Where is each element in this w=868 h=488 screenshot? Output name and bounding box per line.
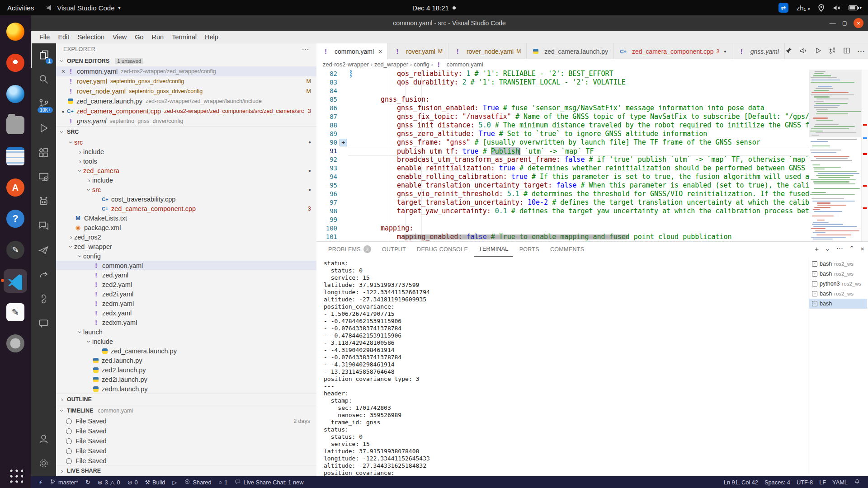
activitybar-chat[interactable] xyxy=(31,312,56,336)
terminal-instance[interactable]: ›bashros2_ws xyxy=(809,289,867,299)
open-editor-item[interactable]: !rover_node.yamlseptentrio_gnss_driver/c… xyxy=(56,86,316,96)
timeline-entry[interactable]: File Saved xyxy=(56,456,316,466)
tree-item-cost-traversability-cpp[interactable]: C+cost_traversability.cpp xyxy=(56,194,316,204)
status-live-share-shared[interactable]: Shared xyxy=(181,476,214,488)
activitybar-run-debug[interactable] xyxy=(31,117,56,141)
tree-item-config[interactable]: ›config xyxy=(56,251,316,261)
activities-button[interactable]: Activities xyxy=(7,4,34,12)
terminal-output[interactable]: status: status: 0 service: 15latitude: 3… xyxy=(324,260,807,476)
close-icon[interactable]: × xyxy=(378,48,382,55)
tree-item-zed-wrapper[interactable]: ›zed_wrapper xyxy=(56,242,316,251)
close-panel-icon[interactable]: × xyxy=(860,245,864,253)
tree-item-tools[interactable]: ›tools xyxy=(56,156,316,166)
panel-tab-comments[interactable]: COMMENTS xyxy=(546,242,589,257)
timeline-entry[interactable]: File Saved xyxy=(56,426,316,436)
tree-item-common-yaml[interactable]: !common.yaml xyxy=(56,261,316,270)
tree-item-zed-camera-component-cpp[interactable]: C+zed_camera_component.cpp3 xyxy=(56,204,316,213)
tree-item-include[interactable]: ›include xyxy=(56,337,316,346)
code-line-91[interactable]: 91publish_utm_tf: true # Publish `utm` -… xyxy=(316,147,809,155)
menu-go[interactable]: Go xyxy=(131,32,147,42)
dock-item-text-editor[interactable]: ✎ xyxy=(4,300,27,324)
code-line-96[interactable]: 96gnss_vio_reinit_threshold: 5.1 # deter… xyxy=(316,190,809,198)
more-actions-icon[interactable]: ⋯ xyxy=(302,45,309,54)
code-line-84[interactable]: 84 xyxy=(316,87,809,95)
more-actions-icon[interactable]: ⋯ xyxy=(857,47,865,56)
menu-terminal[interactable]: Terminal xyxy=(168,32,201,42)
show-applications-button[interactable] xyxy=(8,467,23,483)
status-sync[interactable]: ↻ xyxy=(82,476,94,488)
dock-item-firefox[interactable] xyxy=(4,20,27,43)
activitybar-explorer[interactable]: 1 xyxy=(31,43,56,68)
terminal-instance[interactable]: ›python3ros2_ws xyxy=(809,279,867,289)
activitybar-live-share[interactable] xyxy=(31,239,56,263)
code-line-99[interactable]: 99 xyxy=(316,216,809,224)
activitybar-ai-assistant[interactable] xyxy=(31,190,56,214)
dock-item-help[interactable]: ? xyxy=(4,207,27,230)
status-eol[interactable]: LF xyxy=(816,479,829,486)
terminal-instance[interactable]: ›bash xyxy=(809,299,867,309)
tree-item-zed-ros2[interactable]: ›zed_ros2 xyxy=(56,232,316,242)
code-line-90[interactable]: 90+gnss_frame: "gnss" # [usually overwri… xyxy=(316,138,809,147)
breadcrumb-item[interactable]: zed_wrapper xyxy=(374,61,408,68)
window-titlebar[interactable]: common.yaml - src - Visual Studio Code —… xyxy=(31,15,868,31)
activitybar-extensions[interactable] xyxy=(31,141,56,165)
menu-selection[interactable]: Selection xyxy=(73,32,108,42)
tab-gnss-yaml[interactable]: !gnss.yaml xyxy=(732,43,785,59)
activitybar-account[interactable] xyxy=(31,427,56,452)
code-line-95[interactable]: 95enable_translation_uncertainty_target:… xyxy=(316,181,809,190)
battery-indicator[interactable]: ▾ xyxy=(849,5,862,10)
tree-item-zed-launch-py[interactable]: zed.launch.py xyxy=(56,356,316,365)
code-line-87[interactable]: 87gnss_fix_topic: "/navsatfix" # Name of… xyxy=(316,113,809,121)
system-tray[interactable]: ⇄ zh₁ ▾ ▾ xyxy=(778,3,868,13)
src-section-header[interactable]: ›SRC xyxy=(56,126,316,137)
status-live-share-chat[interactable]: Live Share Chat: 1 new xyxy=(231,476,307,488)
dock-item-camera-app[interactable] xyxy=(4,82,27,106)
code-line-86[interactable]: 86gnss_fusion_enabled: True # fuse 'sens… xyxy=(316,104,809,113)
terminal-instance[interactable]: ›bashros2_ws xyxy=(809,259,867,269)
activitybar-search[interactable] xyxy=(31,68,56,92)
add-comment-icon[interactable]: + xyxy=(340,139,347,146)
menu-run[interactable]: Run xyxy=(148,32,168,42)
teamviewer-icon[interactable]: ⇄ xyxy=(778,3,788,13)
tree-item-zed2-launch-py[interactable]: zed2.launch.py xyxy=(56,365,316,375)
compare-icon[interactable] xyxy=(828,47,836,56)
status-remote-indicator[interactable]: ⚡ xyxy=(35,476,46,488)
dock-item-gray-app[interactable] xyxy=(4,332,27,355)
close-button[interactable]: × xyxy=(854,18,863,28)
breadcrumb-item[interactable]: config xyxy=(414,61,429,68)
code-line-85[interactable]: 85gnss_fusion: xyxy=(316,95,809,104)
menu-view[interactable]: View xyxy=(108,32,131,42)
close-icon[interactable]: × xyxy=(60,68,67,75)
code-line-100[interactable]: 100mapping: xyxy=(316,224,809,233)
menu-edit[interactable]: Edit xyxy=(54,32,73,42)
activitybar-share-arrow[interactable] xyxy=(31,263,56,287)
app-menu[interactable]: Visual Studio Code ▾ xyxy=(46,4,120,12)
clock[interactable]: Dec 4 18:21 xyxy=(412,4,456,12)
more-actions-icon[interactable]: ⋯ xyxy=(836,244,843,253)
new-terminal-icon[interactable]: + xyxy=(815,245,819,253)
maximize-panel-icon[interactable]: ⌃ xyxy=(849,244,855,253)
status-ports-forwarded[interactable]: ⊘0 xyxy=(124,476,141,488)
tree-item-zed2i-launch-py[interactable]: zed2i.launch.py xyxy=(56,375,316,384)
open-editor-item[interactable]: zed_camera.launch.pyzed-ros2-wrapper/zed… xyxy=(56,96,316,106)
tree-item-src[interactable]: ›src● xyxy=(56,137,316,147)
pin-icon[interactable] xyxy=(785,47,793,56)
code-line-98[interactable]: 98target_yaw_uncertainty: 0.1 # defines … xyxy=(316,207,809,216)
open-editor-item[interactable]: !gnss.yamlseptentrio_gnss_driver/config xyxy=(56,116,316,126)
panel-tab-terminal[interactable]: TERMINAL xyxy=(474,242,513,257)
tab-zed-camera-component-cpp[interactable]: C+zed_camera_component.cpp3● xyxy=(614,43,732,59)
tab-common-yaml[interactable]: !common.yaml× xyxy=(316,43,388,59)
code-line-83[interactable]: 83qos_durability: 2 # '1': TRANSIENT_LOC… xyxy=(316,78,809,87)
tree-item-cmakelists-txt[interactable]: MCMakeLists.txt xyxy=(56,213,316,223)
menu-help[interactable]: Help xyxy=(201,32,222,42)
activitybar-settings-gear[interactable] xyxy=(31,452,56,476)
minimize-button[interactable]: — xyxy=(830,19,836,27)
dock-item-settings-app[interactable]: ✎ xyxy=(4,238,27,262)
tree-item-include[interactable]: ›include xyxy=(56,175,316,185)
activitybar-remote-explorer[interactable] xyxy=(31,165,56,190)
menu-file[interactable]: File xyxy=(35,32,54,42)
timeline-entry[interactable]: File Saved xyxy=(56,436,316,446)
code-line-89[interactable]: 89gnss_zero_altitude: True # Set to `tru… xyxy=(316,130,809,138)
code-area[interactable]: 82qos_reliability: 1 # '1': RELIABLE - '… xyxy=(316,70,809,241)
open-editor-item[interactable]: !rover.yamlseptentrio_gnss_driver/config… xyxy=(56,76,316,86)
